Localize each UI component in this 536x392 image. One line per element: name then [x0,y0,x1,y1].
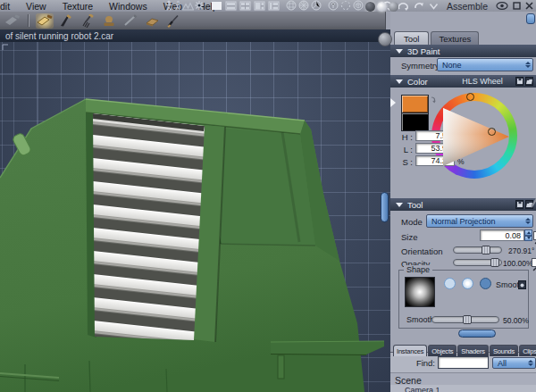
collapse-triangle-icon[interactable] [396,49,403,54]
size-input[interactable]: 0.08 [480,229,524,241]
opacity-slider[interactable] [453,259,502,266]
selection-mode-icon[interactable] [340,0,351,14]
gouraud-mode-icon[interactable] [328,0,339,14]
tab-sounds[interactable]: Sounds [490,345,518,356]
viewport-title-bar[interactable]: of silent running robot 2.car [0,29,390,42]
bank-tool-icon[interactable] [414,1,424,12]
paint-knife-tool[interactable] [57,13,75,29]
orientation-slider-thumb[interactable] [482,246,490,254]
shape-preset-icon[interactable] [518,280,526,289]
wireframe-mode-icon[interactable] [286,0,297,14]
size-stepper[interactable] [524,229,532,241]
color-model-dropdown[interactable]: HLS Wheel [455,77,510,86]
terrain-icon[interactable] [182,0,194,14]
save-preset-icon[interactable] [515,77,523,86]
scene-item-row[interactable]: Camera 1 [390,385,536,392]
background-color-swatch[interactable] [401,113,429,131]
figure-walk-icon[interactable] [173,0,182,14]
paint-stamp-tool[interactable] [100,13,118,29]
menu-texture[interactable]: Texture [54,1,101,12]
shaded-sphere-dark-icon[interactable] [365,2,375,12]
browser-tabs: InstancesObjectsShadersSoundsClips [393,340,536,356]
section-header-tool[interactable]: Tool [390,198,536,211]
collapse-triangle-icon[interactable] [396,203,403,207]
panel-splitter-handle[interactable] [381,192,389,222]
paint-trowel-tool-selected[interactable] [36,13,54,29]
layout-right-main-button[interactable] [268,0,280,14]
paint-toolbar [0,12,386,29]
collapse-triangle-icon[interactable] [396,79,403,84]
find-input[interactable] [438,356,489,369]
menu-edit[interactable]: Edit [0,1,18,12]
tab-shaders[interactable]: Shaders [457,345,489,356]
shaded-sphere-texture-icon[interactable] [389,2,398,12]
pick-brush-icon[interactable] [531,194,536,212]
paint-brush-tool[interactable] [164,13,182,29]
opacity-animate-icon[interactable] [532,258,536,267]
opacity-value: 100.00% [503,259,533,268]
smooth-slider[interactable] [431,316,499,323]
hls-triangle[interactable] [431,93,517,179]
tab-tool[interactable]: Tool [394,31,429,45]
brush-shape-custom-button[interactable] [480,278,491,289]
opacity-slider-thumb[interactable] [490,258,499,267]
load-preset-icon[interactable] [525,77,533,86]
find-filter-dropdown[interactable]: All [492,357,536,369]
figure-pose-icon[interactable] [164,0,173,14]
paint-liner-tool[interactable] [121,13,139,29]
eye-icon[interactable] [496,2,508,10]
hls-color-wheel[interactable] [431,93,517,179]
saturation-selector-ring[interactable] [488,128,496,136]
mode-dropdown[interactable]: Normal Projection [426,214,533,228]
tab-clips[interactable]: Clips [519,345,536,356]
menu-view[interactable]: View [18,1,54,12]
close-icon[interactable] [525,2,533,10]
orientation-slider[interactable] [453,246,502,254]
scene-row[interactable]: Scene [390,372,536,386]
layout-single-pane-button[interactable] [211,0,222,14]
tab-objects[interactable]: Objects [428,345,456,356]
foreground-color-swatch[interactable] [401,95,429,113]
tab-instances[interactable]: Instances [393,345,427,356]
flat-shade-mode-icon[interactable] [311,0,322,14]
layout-grid-button[interactable] [239,0,251,14]
room-label[interactable]: Assemble [443,1,491,12]
smooth-slider-thumb[interactable] [463,315,472,324]
lit-wireframe-mode-icon[interactable] [298,0,309,14]
orientation-label: Orientation [401,246,442,256]
tab-textures[interactable]: Textures [431,31,479,45]
save-preset-icon[interactable] [515,200,523,209]
brush-shape-soft-button[interactable] [462,278,473,289]
symmetry-value: None [438,61,524,70]
dropdown-arrows-icon [527,360,533,366]
viewport-nav-sphere[interactable] [378,32,392,46]
paint-eraser-tool[interactable] [143,13,161,29]
section-header-color[interactable]: Color HLS Wheel [390,75,536,88]
foreground-color-pointer [390,98,396,107]
hue-label: H : [398,132,413,142]
maximize-icon[interactable] [513,2,521,10]
paint-fork-tool[interactable] [79,13,96,29]
brush-tip-preview[interactable] [405,277,435,307]
shaded-sphere-bright-icon[interactable] [377,2,387,12]
box-mode-icon[interactable] [353,0,364,14]
orbit-tool-icon[interactable] [398,1,409,12]
smooth-label: Smooth [406,315,434,324]
robot-model [0,42,390,392]
browser-splitter-handle[interactable] [458,329,496,338]
hue-selector-ring[interactable] [466,93,474,101]
trowel-disabled-icon [4,13,21,29]
viewport-3d[interactable] [0,42,390,392]
layout-two-rows-button[interactable] [225,0,237,14]
symmetry-dropdown[interactable]: None [437,58,533,71]
layout-left-main-button[interactable] [254,0,265,14]
application-window: Edit View Texture Windows Web Help Asse [0,0,536,392]
dropdown-arrows-icon [524,218,531,224]
brush-shape-flat-button[interactable] [444,278,456,289]
panel-collapse-button[interactable] [526,13,535,24]
flyout-chevron-icon[interactable] [429,2,439,11]
menu-windows[interactable]: Windows [101,1,155,12]
smooth-value: 50.00% [503,316,529,325]
gear-burst-icon[interactable] [194,0,205,14]
section-header-3d-paint[interactable]: 3D Paint [390,45,536,57]
